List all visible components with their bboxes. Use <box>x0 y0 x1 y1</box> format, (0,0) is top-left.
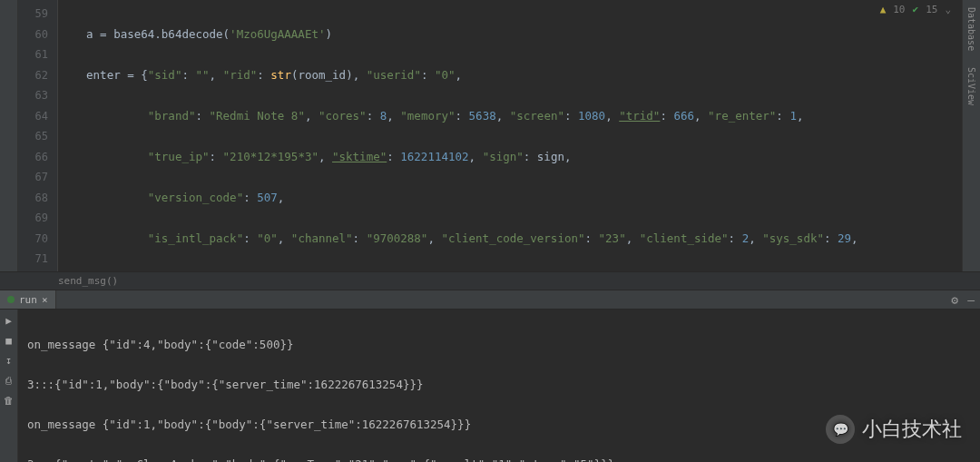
left-gutter-bar <box>0 0 18 271</box>
down-icon[interactable]: ↧ <box>3 355 15 368</box>
gear-icon[interactable]: ⚙ <box>951 293 958 307</box>
code-line: "brand": "Redmi Note 8", "cores": 8, "me… <box>73 106 962 127</box>
tool-window-sciview[interactable]: SciView <box>966 67 976 105</box>
line-number-gutter: 59 60 61 62 63 64 65 66 67 68 69 70 71 <box>18 0 58 271</box>
line-number: 70 <box>18 229 48 250</box>
code-line: enter = {"sid": "", "rid": str(room_id),… <box>73 65 962 86</box>
rerun-icon[interactable]: ▶ <box>3 315 15 328</box>
line-number: 71 <box>18 249 48 270</box>
console-toolbar: ▶ ■ ↧ ⎙ 🗑 <box>0 310 18 462</box>
console-line: 3:::{"id":1,"body":{"body":{"server_time… <box>27 375 971 395</box>
warning-count: 10 <box>893 4 905 15</box>
breadcrumb[interactable]: send_msg() <box>0 271 980 290</box>
code-line: "true_ip": "210*12*195*3", "sktime": 162… <box>73 147 962 168</box>
warning-icon: ▲ <box>880 4 887 15</box>
line-number: 67 <box>18 167 48 188</box>
code-editor[interactable]: a = base64.b64decode('Mzo6UgAAAAEt') ent… <box>58 0 962 271</box>
line-number: 59 <box>18 4 48 25</box>
run-tool-tab-bar: run × ⚙ — <box>0 290 980 310</box>
right-tool-stripe: Database SciView <box>962 0 980 271</box>
line-number: 64 <box>18 106 48 127</box>
chevron-down-icon[interactable]: ⌄ <box>945 4 951 15</box>
code-line: a = base64.b64decode('Mzo6UgAAAAEt') <box>73 25 962 45</box>
line-number: 62 <box>18 65 48 86</box>
watermark-text: 小白技术社 <box>862 416 962 443</box>
ok-count: 15 <box>926 4 937 15</box>
inspections-widget[interactable]: ▲ 10 ✔ 15 ⌄ <box>877 4 955 15</box>
close-icon[interactable]: × <box>42 294 48 306</box>
line-number: 69 <box>18 208 48 229</box>
line-number: 66 <box>18 147 48 168</box>
trash-icon[interactable]: 🗑 <box>3 395 15 408</box>
stop-icon[interactable]: ■ <box>3 335 15 348</box>
code-line: "is_intl_pack": "0", "channel": "9700288… <box>73 229 962 250</box>
minimize-icon[interactable]: — <box>967 293 975 307</box>
check-icon: ✔ <box>913 4 919 15</box>
line-number: 63 <box>18 85 48 106</box>
wechat-icon: 💬 <box>826 415 855 444</box>
code-line: "country_code": "CN", "pkg_channel": "97… <box>73 270 962 272</box>
console-line: on_message {"id":4,"body":{"code":500}} <box>27 335 971 355</box>
tool-window-database[interactable]: Database <box>966 7 976 51</box>
editor-viewport: 59 60 61 62 63 64 65 66 67 68 69 70 71 a… <box>0 0 980 271</box>
line-number: 68 <box>18 188 48 209</box>
line-number: 65 <box>18 126 48 147</box>
tab-label: run <box>19 294 37 306</box>
run-status-icon <box>7 296 15 303</box>
code-line: "version_code": 507, <box>73 188 962 209</box>
watermark: 💬 小白技术社 <box>826 415 962 444</box>
console-line: 3:::{"route":"onCloseAnchor","body":{"ms… <box>27 455 971 462</box>
line-number: 61 <box>18 44 48 65</box>
tab-run[interactable]: run × <box>0 290 56 309</box>
print-icon[interactable]: ⎙ <box>3 375 15 388</box>
line-number: 60 <box>18 25 48 45</box>
